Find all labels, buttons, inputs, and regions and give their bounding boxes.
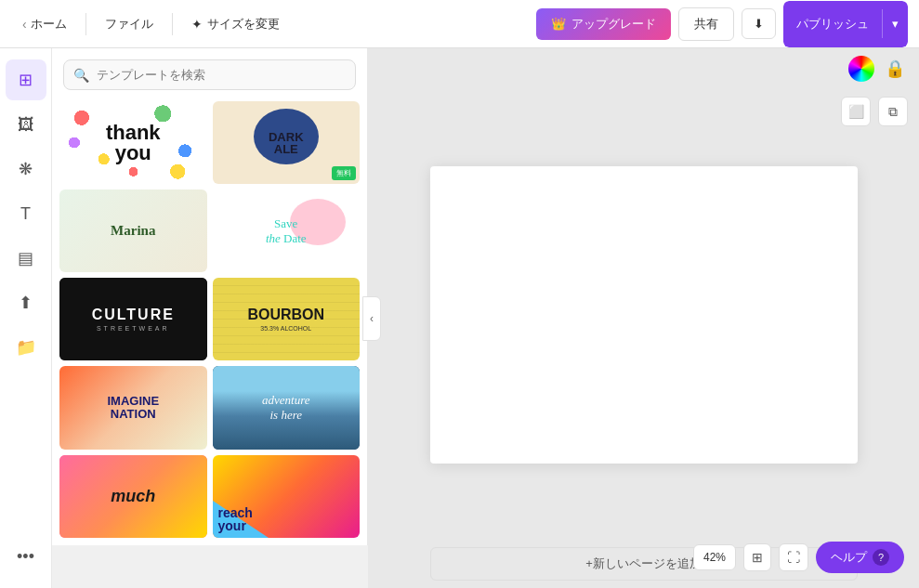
folder-icon: 📁 [16, 337, 36, 358]
sidebar-item-templates[interactable]: ⊞ [6, 59, 46, 100]
help-button[interactable]: ヘルプ ? [816, 542, 904, 573]
topbar-left: ‹ ホーム ファイル ✦ サイズを変更 [11, 10, 529, 38]
back-icon: ‹ [22, 17, 27, 32]
publish-label: パブリッシュ [783, 8, 882, 40]
template-card-imagine-nation[interactable]: IMAGINENATION [59, 366, 207, 449]
templates-panel: 🔍 thankyou DARKALE 無料 Marina [52, 48, 368, 545]
topbar: ‹ ホーム ファイル ✦ サイズを変更 👑 アップグレード 共有 ⬇ パブリッシ… [0, 0, 919, 48]
search-bar: 🔍 [52, 48, 367, 98]
templates-grid: thankyou DARKALE 無料 Marina Savethe Date [52, 98, 367, 545]
sidebar-item-more[interactable]: ••• [6, 536, 46, 577]
share-label: 共有 [694, 17, 718, 31]
grid-view-button[interactable]: ⊞ [743, 543, 771, 571]
file-button[interactable]: ファイル [94, 10, 164, 38]
page-icon: ⬜ [848, 104, 864, 119]
template-card-thank-you[interactable]: thankyou [59, 101, 207, 184]
expand-button[interactable]: ⛶ [779, 543, 808, 571]
template-card-dark-ale[interactable]: DARKALE 無料 [213, 101, 361, 184]
canvas-action-2[interactable]: ⧉ [878, 97, 908, 126]
text-icon: T [20, 204, 31, 224]
search-input-wrap: 🔍 [63, 59, 356, 90]
sidebar-icons: ⊞ 🖼 ❋ T ▤ ⬆ 📁 ••• [0, 48, 52, 588]
templates-panel-wrapper: 🔍 thankyou DARKALE 無料 Marina [52, 48, 368, 588]
crown-icon: ✦ [191, 17, 203, 32]
zoom-value: 42% [703, 551, 726, 564]
bottom-bar: 42% ⊞ ⛶ ヘルプ ? [693, 542, 904, 573]
sidebar-item-patterns[interactable]: ▤ [6, 238, 46, 279]
sidebar-item-elements[interactable]: ❋ [6, 149, 46, 189]
template-label-thank-you: thankyou [106, 123, 161, 163]
sidebar-item-text[interactable]: T [6, 193, 46, 234]
divider [85, 13, 86, 35]
template-label-bourbon: BOURBON [247, 307, 324, 323]
publish-button[interactable]: パブリッシュ ▾ [783, 1, 908, 47]
template-label-much: much [111, 487, 155, 506]
topbar-right: 👑 アップグレード 共有 ⬇ パブリッシュ ▾ [536, 1, 908, 47]
template-label-reach: reachyour [218, 506, 253, 532]
divider2 [172, 13, 173, 35]
template-card-adventure[interactable]: adventureis here [213, 366, 361, 449]
help-icon: ? [873, 549, 889, 566]
canvas-toolbar: 🔒 [368, 48, 919, 89]
canvas-area: 🔒 ⬜ ⧉ +新しいページを追加 42% [368, 48, 919, 588]
upgrade-label: アップグレード [571, 16, 656, 33]
canvas-page [430, 166, 858, 464]
home-label: ホーム [31, 16, 67, 33]
templates-icon: ⊞ [19, 70, 33, 90]
main-content: ⊞ 🖼 ❋ T ▤ ⬆ 📁 ••• 🔍 [0, 48, 919, 588]
publish-group: パブリッシュ ▾ [783, 1, 908, 47]
sidebar-item-uploads[interactable]: ⬆ [6, 282, 46, 323]
resize-label: サイズを変更 [207, 16, 280, 33]
elements-icon: ❋ [19, 159, 33, 179]
publish-dropdown-icon[interactable]: ▾ [882, 9, 908, 38]
grid-icon: ⊞ [752, 550, 763, 565]
help-label: ヘルプ [831, 549, 867, 566]
template-label-imagine-nation: IMAGINENATION [107, 395, 159, 422]
lock-icon: 🔒 [885, 59, 905, 79]
template-card-marina[interactable]: Marina [59, 189, 207, 272]
collapse-panel-button[interactable]: ‹ [362, 296, 381, 341]
color-wheel-button[interactable] [848, 56, 874, 82]
add-page-label: +新しいページを追加 [585, 556, 702, 570]
search-input[interactable] [97, 60, 346, 89]
template-card-save-date[interactable]: Savethe Date [213, 189, 361, 272]
free-badge: 無料 [332, 166, 356, 180]
template-card-much[interactable]: much [59, 455, 207, 538]
template-label-culture: CULTURE [92, 307, 175, 323]
template-label-save-date: Savethe Date [266, 216, 307, 246]
template-label-culture-sub: STREETWEAR [97, 325, 170, 332]
sidebar-item-photos[interactable]: 🖼 [6, 104, 46, 145]
download-button[interactable]: ⬇ [742, 8, 776, 39]
file-label: ファイル [105, 16, 153, 33]
upgrade-button[interactable]: 👑 アップグレード [536, 8, 671, 40]
collapse-icon: ‹ [370, 312, 374, 325]
crown-upgrade-icon: 👑 [551, 17, 566, 31]
expand-icon: ⛶ [787, 550, 800, 565]
template-card-culture[interactable]: CULTURE STREETWEAR [59, 278, 207, 360]
more-icon: ••• [17, 547, 34, 567]
template-label-marina: Marina [111, 223, 155, 239]
template-card-bourbon[interactable]: BOURBON 35.3% ALCOHOL [213, 278, 361, 360]
canvas-actions: ⬜ ⧉ [841, 97, 908, 126]
photo-icon: 🖼 [18, 115, 34, 135]
download-icon: ⬇ [754, 17, 764, 31]
resize-button[interactable]: ✦ サイズを変更 [180, 10, 291, 38]
lock-button[interactable]: 🔒 [882, 56, 908, 82]
sidebar-item-folders[interactable]: 📁 [6, 327, 46, 368]
template-label-bourbon-sub: 35.3% ALCOHOL [260, 325, 311, 332]
upload-icon: ⬆ [19, 293, 33, 313]
home-button[interactable]: ‹ ホーム [11, 10, 78, 38]
search-icon: 🔍 [73, 68, 89, 83]
canvas-action-1[interactable]: ⬜ [841, 97, 871, 126]
canvas-content: ⬜ ⧉ [368, 89, 919, 540]
share-button[interactable]: 共有 [678, 7, 734, 41]
copy-page-icon: ⧉ [888, 104, 898, 120]
pattern-icon: ▤ [18, 248, 33, 268]
template-label-adventure: adventureis here [262, 393, 310, 423]
template-card-reach[interactable]: reachyour [213, 455, 361, 538]
zoom-display: 42% [693, 544, 736, 570]
template-label-dark-ale: DARKALE [269, 131, 304, 155]
